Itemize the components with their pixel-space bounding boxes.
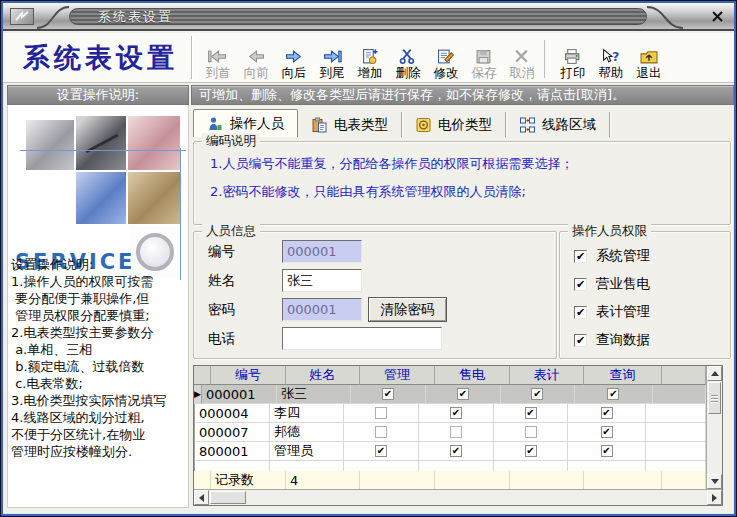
phone-field[interactable] xyxy=(282,327,442,350)
cell-id[interactable]: 000004 xyxy=(195,404,270,423)
cell-perm-checkbox[interactable]: ✔ xyxy=(419,442,494,461)
cell-id[interactable]: 800001 xyxy=(195,442,270,461)
grid-column-header[interactable]: 管理 xyxy=(360,366,435,385)
row-filler xyxy=(646,423,706,442)
app-window: 系统表设置 系统表设置 到首 向前 向后 到尾 增加 删除 修改 保存 取消 打… xyxy=(0,0,737,517)
first-icon xyxy=(207,46,229,65)
cell-name[interactable]: 李四 xyxy=(270,404,344,423)
scroll-left-button[interactable] xyxy=(194,490,209,505)
grid-footer-row: 记录数4 xyxy=(194,471,706,489)
cell-id[interactable]: 000007 xyxy=(195,423,270,442)
phone-label: 电话 xyxy=(208,330,235,348)
next-icon xyxy=(283,46,305,65)
instruction-line: 不便于分区统计,在物业 xyxy=(11,426,189,443)
record-count-label: 记录数 xyxy=(211,471,286,489)
collage-keyboard-photo xyxy=(76,172,126,224)
checkbox-icon: ✔ xyxy=(574,278,587,291)
scroll-left-icon xyxy=(199,494,204,502)
scroll-right-button[interactable] xyxy=(707,490,722,505)
clear-password-button[interactable]: 清除密码 xyxy=(368,297,447,322)
coding-notes-legend: 编码说明 xyxy=(202,133,260,149)
cell-perm-checkbox[interactable]: ✔ xyxy=(351,385,426,404)
grid-row[interactable]: 000004李四✔✔✔ xyxy=(194,404,706,423)
price-icon xyxy=(415,117,432,133)
grid-column-header[interactable]: 售电 xyxy=(435,366,510,385)
cell-perm-checkbox[interactable]: ✔ xyxy=(344,442,419,461)
id-field[interactable] xyxy=(282,240,362,263)
edit-icon xyxy=(435,46,457,65)
person-info-legend: 人员信息 xyxy=(202,223,260,239)
grid-horizontal-scrollbar[interactable] xyxy=(194,489,722,505)
tab-region[interactable]: 线路区域 xyxy=(506,112,610,137)
cell-perm-checkbox[interactable]: ✔ xyxy=(501,385,575,404)
grid-row[interactable]: 000007邦德✔ xyxy=(194,423,706,442)
record-count-value: 4 xyxy=(286,471,360,489)
permission-label: 表计管理 xyxy=(596,303,650,321)
permission-2[interactable]: ✔ 表计管理 xyxy=(574,303,650,321)
toolbar-add-button[interactable]: 增加 xyxy=(351,35,389,81)
instruction-line: a.单相、三相 xyxy=(11,341,189,358)
grid-row[interactable]: ▶000001张三✔✔✔✔ xyxy=(194,385,706,404)
toolbar-button-label: 到首 xyxy=(206,65,231,80)
sidebar: 设置操作说明: SERVICE 设置操作说明:1.操作人员的权限可按需 要分配便… xyxy=(7,85,189,508)
scroll-down-button[interactable] xyxy=(707,474,722,489)
scroll-up-button[interactable] xyxy=(707,366,722,381)
toolbar-first-button: 到首 xyxy=(199,35,237,81)
cell-perm-checkbox[interactable]: ✔ xyxy=(419,404,494,423)
cell-perm-checkbox[interactable] xyxy=(419,423,494,442)
toolbar-next-button[interactable]: 向后 xyxy=(275,35,313,81)
row-selector-cell[interactable]: ▶ xyxy=(194,385,202,404)
grid-row[interactable]: 800001管理员✔✔✔✔ xyxy=(194,442,706,461)
save-icon xyxy=(473,46,495,65)
window-frame: 系统表设置 系统表设置 到首 向前 向后 到尾 增加 删除 修改 保存 取消 打… xyxy=(1,1,736,516)
password-field[interactable] xyxy=(282,298,362,321)
cell-perm-checkbox[interactable] xyxy=(494,423,568,442)
vertical-scroll-thumb[interactable] xyxy=(708,382,721,414)
permission-1[interactable]: ✔ 营业售电 xyxy=(574,275,650,293)
cell-name[interactable]: 管理员 xyxy=(270,442,344,461)
name-field[interactable] xyxy=(282,269,362,292)
cell-name[interactable]: 张三 xyxy=(277,385,351,404)
toolbar-edit-button[interactable]: 修改 xyxy=(427,35,465,81)
toolbar-help-button[interactable]: ? 帮助 xyxy=(592,35,630,81)
toolbar-last-button[interactable]: 到尾 xyxy=(313,35,351,81)
toolbar-exit-button[interactable]: 退出 xyxy=(630,35,668,81)
toolbar-button-label: 退出 xyxy=(637,65,662,80)
sidebar-header: 设置操作说明: xyxy=(7,85,189,105)
password-label: 密码 xyxy=(208,301,235,319)
grid-column-header[interactable]: 编号 xyxy=(211,366,286,385)
add-icon xyxy=(359,46,381,65)
grid-column-header[interactable]: 姓名 xyxy=(286,366,360,385)
tab-clipboard[interactable]: 电表类型 xyxy=(298,112,402,137)
grid-column-header[interactable]: 查询 xyxy=(584,366,662,385)
cell-perm-checkbox[interactable]: ✔ xyxy=(575,385,653,404)
checkbox-icon: ✔ xyxy=(574,250,587,263)
cell-perm-checkbox[interactable]: ✔ xyxy=(568,404,646,423)
permission-3[interactable]: ✔ 查询数据 xyxy=(574,331,650,349)
cell-perm-checkbox[interactable]: ✔ xyxy=(494,442,568,461)
close-button[interactable] xyxy=(707,8,727,26)
title-bar: 系统表设置 xyxy=(3,3,734,31)
toolbar-button-label: 保存 xyxy=(472,65,497,80)
grid-vertical-scrollbar[interactable] xyxy=(706,366,722,489)
row-filler xyxy=(646,442,706,461)
cell-id[interactable]: 000001 xyxy=(202,385,277,404)
notice-text: 可增加、删除、修改各类型后请进行保存，如不保存修改，请点击[取消]。 xyxy=(199,86,625,104)
header-bar: 系统表设置 到首 向前 向后 到尾 增加 删除 修改 保存 取消 打印 ? 帮助… xyxy=(3,33,734,83)
grid-column-header[interactable]: 表计 xyxy=(510,366,584,385)
cell-perm-checkbox[interactable]: ✔ xyxy=(568,442,646,461)
toolbar-delete-button[interactable]: 删除 xyxy=(389,35,427,81)
coding-note-line: 2.密码不能修改，只能由具有系统管理权限的人员清除; xyxy=(194,178,730,206)
toolbar-print-button[interactable]: 打印 xyxy=(554,35,592,81)
name-label: 姓名 xyxy=(208,272,235,290)
toolbar-button-label: 帮助 xyxy=(599,65,624,80)
cell-perm-checkbox[interactable]: ✔ xyxy=(426,385,501,404)
cell-perm-checkbox[interactable]: ✔ xyxy=(494,404,568,423)
cell-perm-checkbox[interactable] xyxy=(344,423,419,442)
tab-price[interactable]: 电价类型 xyxy=(402,112,506,137)
horizontal-scroll-thumb[interactable] xyxy=(210,491,246,504)
cell-perm-checkbox[interactable] xyxy=(344,404,419,423)
cell-perm-checkbox[interactable]: ✔ xyxy=(568,423,646,442)
permission-0[interactable]: ✔ 系统管理 xyxy=(574,247,650,265)
cell-name[interactable]: 邦德 xyxy=(270,423,344,442)
